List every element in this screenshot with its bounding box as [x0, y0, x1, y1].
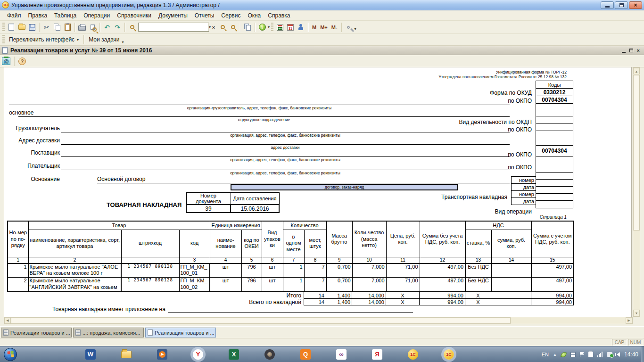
memory-m-minus-button[interactable]: M- — [330, 24, 339, 31]
taskbar-qdir-icon[interactable]: Q — [300, 349, 311, 360]
clear-search-icon[interactable]: × — [210, 23, 217, 32]
selected-cell[interactable]: договор, заказ-наряд — [231, 184, 458, 190]
toolbar-separator — [14, 57, 15, 66]
tray-network-icon[interactable] — [607, 352, 612, 357]
search-icon[interactable] — [127, 22, 137, 33]
start-button[interactable] — [4, 348, 17, 361]
scroll-up-icon[interactable]: ▲ — [633, 68, 640, 74]
calculator-icon[interactable] — [275, 22, 285, 33]
horizontal-scroll-thumb[interactable] — [11, 317, 511, 324]
calendar-icon[interactable]: 31 — [285, 22, 296, 33]
menu-file[interactable]: Файл — [4, 11, 25, 20]
show-desktop-button[interactable] — [641, 346, 644, 362]
restore-button[interactable] — [615, 1, 628, 9]
menu-operations[interactable]: Операции — [80, 11, 113, 20]
total-places: 14 — [304, 292, 326, 299]
doc-date-header: Дата составления — [231, 193, 279, 205]
tray-windows-icon[interactable] — [570, 352, 576, 357]
switch-interface-button[interactable]: Переключить интерфейс▾ — [6, 35, 82, 44]
menu-references[interactable]: Справочники — [114, 11, 155, 20]
find-next-icon[interactable] — [217, 22, 228, 33]
taskbar-visual-studio-icon[interactable]: ∞ — [336, 349, 347, 360]
new-document-icon[interactable] — [6, 22, 17, 33]
menu-reports[interactable]: Отчеты — [191, 11, 217, 20]
find-prev-icon[interactable] — [228, 22, 238, 33]
page-icon — [148, 329, 153, 336]
save-icon[interactable] — [27, 22, 37, 33]
minimize-button[interactable] — [601, 1, 614, 9]
send-email-icon[interactable]: @ — [2, 58, 10, 65]
taskbar-word-icon[interactable]: W — [85, 349, 96, 360]
vertical-scroll-thumb[interactable] — [633, 75, 640, 230]
goods-table: Но-мер по по-рядку Товар Единица измерен… — [7, 221, 574, 292]
paste-icon[interactable] — [62, 22, 73, 33]
quick-search-input[interactable] — [139, 24, 208, 31]
window-tab-prodazha-komissiya[interactable]: ...: продажа, комиссия... — [73, 328, 144, 337]
info-icon[interactable]: i — [257, 22, 267, 33]
basis-date-cell — [536, 179, 573, 187]
redo-icon[interactable]: ↷ — [112, 22, 123, 33]
col-number: 7 — [283, 257, 304, 263]
tray-signal-icon[interactable] — [597, 352, 603, 357]
language-indicator[interactable]: EN — [542, 352, 549, 357]
menu-help[interactable]: Справка — [264, 11, 293, 20]
taskbar-yandex-icon[interactable]: Я — [372, 349, 382, 360]
memory-m-button[interactable]: M — [310, 24, 318, 31]
my-tasks-button[interactable]: Мои задачи▾ — [86, 34, 126, 46]
doc-minimize-icon[interactable] — [622, 52, 626, 53]
cut-icon[interactable]: ✂ — [41, 22, 52, 33]
tray-expand-icon[interactable]: ▲ — [553, 353, 557, 357]
toolbar-grip[interactable] — [2, 23, 5, 32]
taskbar-clock[interactable]: 14:40 — [624, 351, 638, 358]
cell-sum-with-nds: 497,00 — [531, 278, 574, 292]
goods-row[interactable]: 2 Крымское мыло натуральное "АНГЛИЙСКИЙ … — [8, 278, 574, 292]
tray-volume-icon[interactable] — [617, 352, 620, 357]
horizontal-scrollbar[interactable]: ◀ ▶ — [4, 317, 633, 324]
user-permissions-icon[interactable] — [296, 22, 306, 33]
open-icon[interactable] — [17, 22, 27, 33]
print-icon[interactable] — [77, 22, 87, 33]
memory-m-plus-button[interactable]: M+ — [318, 24, 330, 31]
scroll-right-icon[interactable]: ▶ — [626, 317, 632, 324]
scroll-down-icon[interactable]: ▼ — [633, 310, 640, 316]
col-sum-wo-nds-header: Сумма без учета НДС, руб. коп. — [420, 221, 465, 257]
empty-code-cell — [536, 131, 573, 146]
list-icon — [3, 329, 8, 336]
doc-restore-icon[interactable] — [629, 49, 633, 52]
taskbar-1c-active-icon[interactable]: 1С — [444, 349, 454, 360]
tray-leaf-icon[interactable] — [561, 352, 567, 358]
window-list-icon[interactable] — [242, 22, 253, 33]
taskbar-explorer-icon[interactable] — [121, 351, 132, 358]
vertical-scrollbar[interactable]: ▲ ▼ — [633, 67, 640, 317]
taskbar-1c-icon[interactable]: 1С — [408, 349, 418, 360]
scroll-left-icon[interactable]: ◀ — [4, 317, 11, 324]
menu-documents[interactable]: Документы — [155, 11, 191, 20]
menu-table[interactable]: Таблица — [51, 11, 80, 20]
print-preview-icon[interactable] — [87, 22, 98, 33]
menu-windows[interactable]: Окна — [244, 11, 264, 20]
close-button[interactable]: × — [629, 1, 642, 9]
window-tab-realizacii-list[interactable]: Реализации товаров и ... — [1, 328, 72, 337]
doc-close-icon[interactable]: × — [637, 48, 640, 53]
taskbar-media-player-icon[interactable]: ▶ — [157, 349, 167, 360]
taskbar-excel-icon[interactable]: X — [229, 349, 239, 360]
goods-row[interactable]: 1 Крымское мыло натуральное "АЛОЕ ВЕРА" … — [8, 263, 574, 278]
info-dropdown-icon[interactable]: ▾ — [268, 25, 270, 29]
undo-icon[interactable]: ↶ — [102, 22, 112, 33]
menu-service[interactable]: Сервис — [218, 11, 244, 20]
menu-edit[interactable]: Правка — [25, 11, 51, 20]
settings-wrench-icon[interactable] — [344, 22, 354, 33]
taskbar-viewer-icon[interactable] — [264, 349, 275, 360]
window-tab-realizaciya-doc[interactable]: Реализация товаров и ... — [145, 328, 216, 337]
help-icon[interactable]: ? — [18, 58, 26, 65]
tray-action-center-icon[interactable] — [580, 352, 584, 357]
copy-icon[interactable] — [52, 22, 62, 33]
tray-clipboard-icon[interactable] — [588, 352, 593, 357]
toolbar-grip[interactable] — [2, 35, 5, 44]
toolbar-grip[interactable] — [271, 23, 273, 32]
settings-dropdown-icon[interactable]: ▾ — [355, 27, 356, 31]
screen: 1С Управление производственным предприят… — [0, 0, 644, 362]
taskbar-yandex-browser-icon[interactable]: Y — [193, 349, 203, 360]
scroll-track[interactable] — [511, 317, 626, 324]
number-date-labels: номер дата номер дата — [511, 177, 536, 205]
